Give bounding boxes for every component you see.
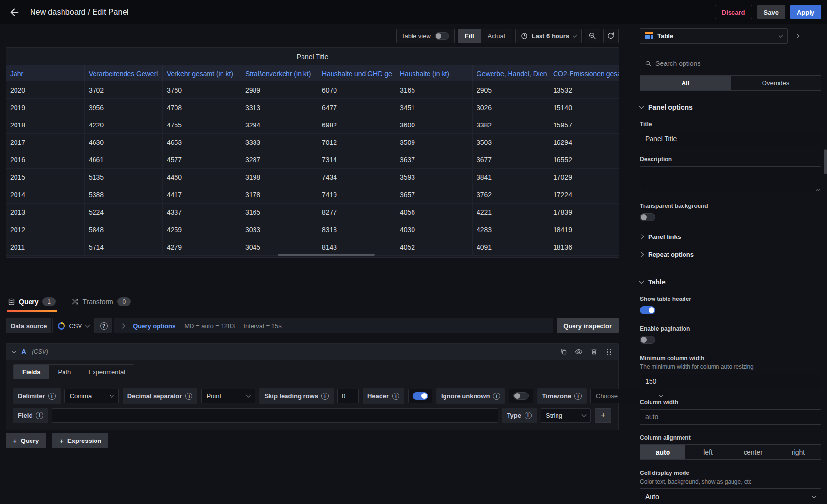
repeat-options-collapser[interactable]: Repeat options xyxy=(640,251,821,258)
zoom-out-button[interactable] xyxy=(585,29,600,43)
transparent-background-toggle[interactable] xyxy=(640,213,655,221)
tab-query[interactable]: Query 1 xyxy=(7,292,57,312)
table-cell: 3178 xyxy=(241,186,318,203)
description-textarea[interactable] xyxy=(640,166,821,191)
tab-fields[interactable]: Fields xyxy=(14,365,49,379)
add-expression-button[interactable]: +Expression xyxy=(52,433,108,448)
chevron-down-icon xyxy=(582,412,587,417)
table-view-control[interactable]: Table view xyxy=(396,29,455,43)
table-cell: 6477 xyxy=(318,99,396,116)
apply-button[interactable]: Apply xyxy=(790,5,821,19)
table-cell: 3956 xyxy=(85,99,163,116)
tab-transform[interactable]: Transform 0 xyxy=(70,292,131,312)
table-cell: 4056 xyxy=(396,204,473,220)
align-right-option[interactable]: right xyxy=(776,445,821,459)
tab-overrides[interactable]: Overrides xyxy=(731,76,821,90)
chevron-down-icon xyxy=(812,494,817,499)
type-select[interactable]: String xyxy=(541,408,591,423)
table-view-label: Table view xyxy=(401,32,431,40)
table-cell: 7434 xyxy=(318,169,396,186)
drag-handle-icon[interactable] xyxy=(607,349,608,350)
options-search-input[interactable] xyxy=(655,60,816,67)
column-header[interactable]: Straßenverkehr (in kt) xyxy=(241,65,318,81)
column-header[interactable]: Jahr xyxy=(6,65,85,81)
actual-option[interactable]: Actual xyxy=(481,29,512,43)
transform-count-badge: 0 xyxy=(117,297,131,306)
add-field-button[interactable]: + xyxy=(595,408,611,423)
table-cell: 2020 xyxy=(6,81,85,98)
table-cell: 2012 xyxy=(6,221,85,238)
title-label: Title xyxy=(640,121,821,127)
column-width-input[interactable] xyxy=(640,409,821,425)
column-header[interactable]: Verkehr gesamt (in kt) xyxy=(163,65,241,81)
table-view-toggle[interactable] xyxy=(435,32,449,40)
repeat-options-label: Repeat options xyxy=(648,251,694,258)
options-search[interactable] xyxy=(640,56,821,71)
enable-pagination-toggle[interactable] xyxy=(640,336,655,344)
duplicate-query-icon[interactable] xyxy=(560,348,567,355)
datasource-picker[interactable]: CSV xyxy=(52,318,95,333)
datasource-label: Data source xyxy=(6,318,51,333)
chevron-down-icon xyxy=(109,393,114,398)
query-inspector-button[interactable]: Query inspector xyxy=(557,318,619,333)
time-range-label: Last 6 hours xyxy=(532,32,569,40)
table-row: 201453884417317874193657376217224 xyxy=(6,186,619,204)
header-toggle[interactable] xyxy=(413,392,428,400)
query-editor-body: Fields Path Experimental Delimiteri Comm… xyxy=(6,360,618,430)
column-header[interactable]: Haushalte (in kt) xyxy=(396,65,473,81)
collapse-options-pane-button[interactable] xyxy=(790,28,804,44)
decimal-separator-select[interactable]: Point xyxy=(201,389,255,403)
hide-query-icon[interactable] xyxy=(575,348,583,356)
align-auto-option[interactable]: auto xyxy=(640,445,685,459)
show-table-header-toggle[interactable] xyxy=(640,306,655,314)
discard-button[interactable]: Discard xyxy=(715,5,752,19)
fill-option[interactable]: Fill xyxy=(458,29,481,43)
back-button[interactable] xyxy=(6,3,23,21)
cell-display-mode-select[interactable]: Auto xyxy=(640,488,821,504)
refresh-button[interactable] xyxy=(603,29,619,43)
collapse-query-icon[interactable] xyxy=(12,348,16,353)
cell-display-mode-description: Color text, background, show as gauge, e… xyxy=(640,478,821,485)
transform-tab-label: Transform xyxy=(82,298,113,306)
tab-path[interactable]: Path xyxy=(49,365,80,379)
plus-icon: + xyxy=(601,410,605,420)
table-cell: 7012 xyxy=(318,134,396,151)
save-button[interactable]: Save xyxy=(757,5,785,19)
resize-handle-icon[interactable] xyxy=(816,187,820,191)
query-editor-header[interactable]: A (CSV) xyxy=(6,344,618,360)
skip-rows-input[interactable] xyxy=(337,389,359,403)
query-options-link[interactable]: Query options xyxy=(133,322,175,330)
table-cell: 2989 xyxy=(241,81,318,98)
panel-options-section-header[interactable]: Panel options xyxy=(640,103,821,111)
tab-experimental[interactable]: Experimental xyxy=(80,365,134,379)
datasource-row: Data source CSV ? Query options MD = aut… xyxy=(6,317,619,334)
table-row: 201746304653333370123509350316294 xyxy=(6,134,619,151)
column-header[interactable]: Haushalte und GHD ge xyxy=(318,65,396,81)
horizontal-scrollbar[interactable] xyxy=(278,254,375,256)
table-cell: 3313 xyxy=(241,99,318,116)
table-cell: 3382 xyxy=(473,116,549,133)
column-header[interactable]: CO2-Emissionen gesar xyxy=(549,65,619,81)
panel-links-collapser[interactable]: Panel links xyxy=(640,233,821,240)
delete-query-icon[interactable] xyxy=(590,348,598,355)
field-name-input[interactable] xyxy=(52,408,498,423)
column-header[interactable]: Verarbeitendes Gewerl xyxy=(85,65,163,81)
tab-all[interactable]: All xyxy=(640,76,731,90)
column-header[interactable]: Gewerbe, Handel, Dien xyxy=(473,65,549,81)
align-center-option[interactable]: center xyxy=(731,445,776,459)
table-section-header[interactable]: Table xyxy=(640,278,821,286)
align-left-option[interactable]: left xyxy=(685,445,731,459)
sidebar-scrollbar[interactable] xyxy=(824,149,827,174)
info-icon: i xyxy=(574,393,582,400)
plus-icon: + xyxy=(13,437,17,445)
time-range-picker[interactable]: Last 6 hours xyxy=(515,29,582,43)
delimiter-select[interactable]: Comma xyxy=(64,389,119,403)
datasource-help-button[interactable]: ? xyxy=(95,318,112,333)
visualization-picker[interactable]: Table xyxy=(640,28,788,44)
info-icon: i xyxy=(493,393,500,400)
add-query-button[interactable]: +Query xyxy=(6,433,46,448)
panel-title-input[interactable] xyxy=(640,131,821,146)
ignore-unknown-toggle[interactable] xyxy=(513,392,529,400)
min-column-width-input[interactable] xyxy=(640,374,821,389)
table-cell: 2019 xyxy=(6,99,85,116)
